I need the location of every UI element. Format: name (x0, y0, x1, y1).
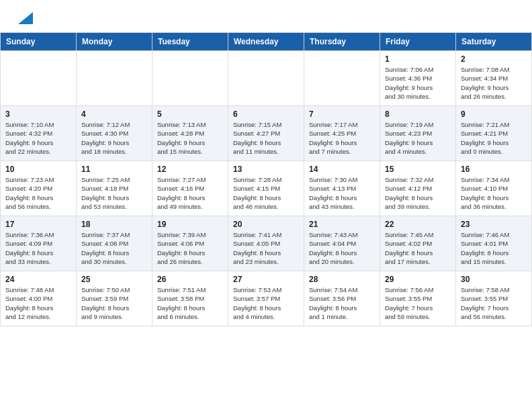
day-number: 7 (309, 109, 375, 119)
logo-triangle-icon (18, 12, 33, 24)
day-number: 30 (461, 275, 527, 284)
calendar-day-19: 19Sunrise: 7:39 AMSunset: 4:06 PMDayligh… (152, 216, 228, 271)
column-header-thursday: Thursday (304, 33, 380, 51)
calendar-day-18: 18Sunrise: 7:37 AMSunset: 4:08 PMDayligh… (77, 216, 152, 271)
column-header-friday: Friday (380, 33, 456, 51)
day-info: Sunrise: 7:21 AMSunset: 4:21 PMDaylight:… (461, 120, 527, 156)
day-number: 1 (385, 54, 451, 64)
day-number: 2 (461, 54, 527, 64)
calendar-day-28: 28Sunrise: 7:54 AMSunset: 3:56 PMDayligh… (304, 271, 380, 326)
day-number: 11 (81, 165, 147, 174)
day-info: Sunrise: 7:13 AMSunset: 4:28 PMDaylight:… (157, 120, 223, 156)
calendar-empty-cell (304, 51, 380, 106)
day-number: 26 (157, 275, 223, 284)
day-info: Sunrise: 7:36 AMSunset: 4:09 PMDaylight:… (5, 230, 71, 266)
calendar-day-3: 3Sunrise: 7:10 AMSunset: 4:32 PMDaylight… (1, 106, 77, 161)
day-info: Sunrise: 7:53 AMSunset: 3:57 PMDaylight:… (233, 285, 299, 321)
day-info: Sunrise: 7:50 AMSunset: 3:59 PMDaylight:… (81, 285, 147, 321)
day-number: 29 (385, 275, 451, 284)
day-info: Sunrise: 7:45 AMSunset: 4:02 PMDaylight:… (385, 230, 451, 266)
calendar-day-24: 24Sunrise: 7:48 AMSunset: 4:00 PMDayligh… (1, 271, 77, 326)
column-header-saturday: Saturday (456, 33, 532, 51)
day-info: Sunrise: 7:48 AMSunset: 4:00 PMDaylight:… (5, 285, 71, 321)
calendar-day-9: 9Sunrise: 7:21 AMSunset: 4:21 PMDaylight… (456, 106, 532, 161)
day-info: Sunrise: 7:34 AMSunset: 4:10 PMDaylight:… (461, 175, 527, 211)
calendar-header-row: SundayMondayTuesdayWednesdayThursdayFrid… (1, 33, 532, 51)
calendar-week-row: 3Sunrise: 7:10 AMSunset: 4:32 PMDaylight… (1, 106, 532, 161)
logo (16, 12, 33, 26)
calendar-day-1: 1Sunrise: 7:06 AMSunset: 4:36 PMDaylight… (380, 51, 456, 106)
calendar-day-25: 25Sunrise: 7:50 AMSunset: 3:59 PMDayligh… (77, 271, 152, 326)
calendar-day-21: 21Sunrise: 7:43 AMSunset: 4:04 PMDayligh… (304, 216, 380, 271)
calendar-empty-cell (1, 51, 77, 106)
calendar-day-6: 6Sunrise: 7:15 AMSunset: 4:27 PMDaylight… (228, 106, 304, 161)
day-number: 6 (233, 109, 299, 119)
calendar-empty-cell (152, 51, 228, 106)
day-info: Sunrise: 7:25 AMSunset: 4:18 PMDaylight:… (81, 175, 147, 211)
day-info: Sunrise: 7:27 AMSunset: 4:16 PMDaylight:… (157, 175, 223, 211)
calendar-week-row: 1Sunrise: 7:06 AMSunset: 4:36 PMDaylight… (1, 51, 532, 106)
day-number: 17 (5, 220, 71, 229)
calendar-day-10: 10Sunrise: 7:23 AMSunset: 4:20 PMDayligh… (1, 161, 77, 216)
day-number: 24 (5, 275, 71, 284)
column-header-monday: Monday (77, 33, 152, 51)
day-info: Sunrise: 7:41 AMSunset: 4:05 PMDaylight:… (233, 230, 299, 266)
calendar-week-row: 24Sunrise: 7:48 AMSunset: 4:00 PMDayligh… (1, 271, 532, 326)
day-number: 19 (157, 220, 223, 229)
day-number: 13 (233, 165, 299, 174)
day-info: Sunrise: 7:43 AMSunset: 4:04 PMDaylight:… (309, 230, 375, 266)
page-header (0, 0, 532, 32)
day-number: 4 (81, 109, 147, 119)
calendar-day-22: 22Sunrise: 7:45 AMSunset: 4:02 PMDayligh… (380, 216, 456, 271)
column-header-sunday: Sunday (1, 33, 77, 51)
day-number: 16 (461, 165, 527, 174)
calendar-day-20: 20Sunrise: 7:41 AMSunset: 4:05 PMDayligh… (228, 216, 304, 271)
day-number: 27 (233, 275, 299, 284)
day-number: 3 (5, 109, 71, 119)
calendar-day-14: 14Sunrise: 7:30 AMSunset: 4:13 PMDayligh… (304, 161, 380, 216)
calendar-day-27: 27Sunrise: 7:53 AMSunset: 3:57 PMDayligh… (228, 271, 304, 326)
day-number: 10 (5, 165, 71, 174)
day-info: Sunrise: 7:30 AMSunset: 4:13 PMDaylight:… (309, 175, 375, 211)
calendar-day-30: 30Sunrise: 7:58 AMSunset: 3:55 PMDayligh… (456, 271, 532, 326)
column-header-wednesday: Wednesday (228, 33, 304, 51)
day-info: Sunrise: 7:19 AMSunset: 4:23 PMDaylight:… (385, 120, 451, 156)
day-info: Sunrise: 7:54 AMSunset: 3:56 PMDaylight:… (309, 285, 375, 321)
day-number: 28 (309, 275, 375, 284)
calendar-table: SundayMondayTuesdayWednesdayThursdayFrid… (0, 32, 532, 326)
calendar-day-26: 26Sunrise: 7:51 AMSunset: 3:58 PMDayligh… (152, 271, 228, 326)
day-number: 18 (81, 220, 147, 229)
column-header-tuesday: Tuesday (152, 33, 228, 51)
day-info: Sunrise: 7:37 AMSunset: 4:08 PMDaylight:… (81, 230, 147, 266)
day-info: Sunrise: 7:58 AMSunset: 3:55 PMDaylight:… (461, 285, 527, 321)
day-info: Sunrise: 7:17 AMSunset: 4:25 PMDaylight:… (309, 120, 375, 156)
calendar-day-4: 4Sunrise: 7:12 AMSunset: 4:30 PMDaylight… (77, 106, 152, 161)
day-number: 22 (385, 220, 451, 229)
day-number: 20 (233, 220, 299, 229)
day-number: 14 (309, 165, 375, 174)
day-info: Sunrise: 7:23 AMSunset: 4:20 PMDaylight:… (5, 175, 71, 211)
calendar-day-16: 16Sunrise: 7:34 AMSunset: 4:10 PMDayligh… (456, 161, 532, 216)
day-info: Sunrise: 7:46 AMSunset: 4:01 PMDaylight:… (461, 230, 527, 266)
day-number: 15 (385, 165, 451, 174)
day-info: Sunrise: 7:32 AMSunset: 4:12 PMDaylight:… (385, 175, 451, 211)
calendar-day-17: 17Sunrise: 7:36 AMSunset: 4:09 PMDayligh… (1, 216, 77, 271)
calendar-day-7: 7Sunrise: 7:17 AMSunset: 4:25 PMDaylight… (304, 106, 380, 161)
calendar-day-2: 2Sunrise: 7:08 AMSunset: 4:34 PMDaylight… (456, 51, 532, 106)
calendar-week-row: 10Sunrise: 7:23 AMSunset: 4:20 PMDayligh… (1, 161, 532, 216)
calendar-week-row: 17Sunrise: 7:36 AMSunset: 4:09 PMDayligh… (1, 216, 532, 271)
day-number: 8 (385, 109, 451, 119)
day-number: 12 (157, 165, 223, 174)
calendar-day-29: 29Sunrise: 7:56 AMSunset: 3:55 PMDayligh… (380, 271, 456, 326)
day-info: Sunrise: 7:10 AMSunset: 4:32 PMDaylight:… (5, 120, 71, 156)
day-number: 23 (461, 220, 527, 229)
calendar-day-13: 13Sunrise: 7:28 AMSunset: 4:15 PMDayligh… (228, 161, 304, 216)
calendar-day-15: 15Sunrise: 7:32 AMSunset: 4:12 PMDayligh… (380, 161, 456, 216)
day-info: Sunrise: 7:56 AMSunset: 3:55 PMDaylight:… (385, 285, 451, 321)
calendar-day-12: 12Sunrise: 7:27 AMSunset: 4:16 PMDayligh… (152, 161, 228, 216)
day-info: Sunrise: 7:51 AMSunset: 3:58 PMDaylight:… (157, 285, 223, 321)
day-number: 21 (309, 220, 375, 229)
day-info: Sunrise: 7:28 AMSunset: 4:15 PMDaylight:… (233, 175, 299, 211)
day-number: 25 (81, 275, 147, 284)
day-info: Sunrise: 7:12 AMSunset: 4:30 PMDaylight:… (81, 120, 147, 156)
